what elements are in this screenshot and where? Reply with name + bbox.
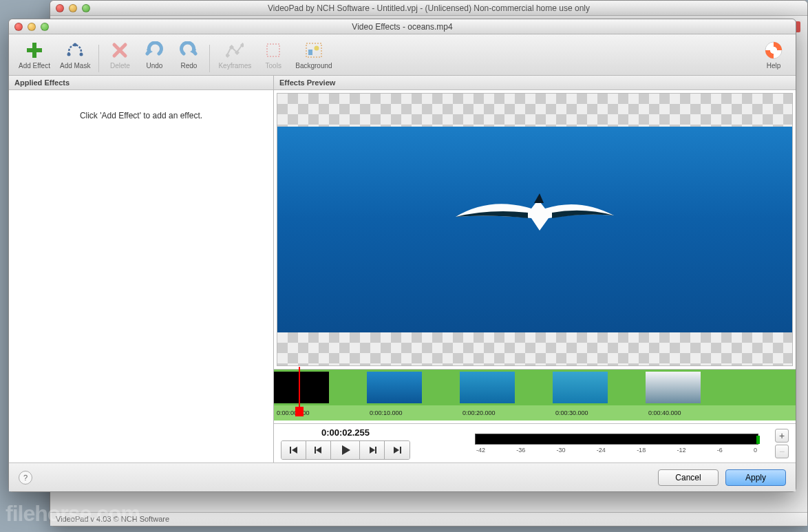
keyframes-button[interactable]: Keyframes [214,39,255,72]
delete-button[interactable]: Delete [103,39,136,72]
svg-rect-1 [27,48,42,52]
svg-rect-11 [308,50,312,55]
timeline[interactable]: 0:00:00.000 0:00:10.000 0:00:20.000 0:00… [274,369,796,424]
help-circle-button[interactable]: ? [19,471,32,485]
controls-row: 0:00:02.255 -42 -36 -30 - [274,424,796,462]
redo-icon [180,40,198,61]
zoom-out-button[interactable]: − [775,445,789,458]
meter-tick: -6 [717,447,723,454]
timeline-thumb[interactable] [274,372,329,403]
tick-label: 0:00:20.000 [463,409,496,416]
help-button[interactable]: Help [757,39,790,72]
tools-icon [266,40,281,61]
separator [98,45,99,72]
svg-point-3 [74,43,77,47]
meter-tick: -36 [516,447,525,454]
svg-rect-15 [290,447,291,454]
meter-bar [475,434,758,445]
add-mask-label: Add Mask [60,62,90,70]
video-effects-dialog: Video Effects - oceans.mp4 Add Effect Ad… [8,19,796,492]
svg-point-12 [314,46,319,51]
redo-button[interactable]: Redo [172,39,205,72]
meter-tick: -24 [597,447,606,454]
keyframes-label: Keyframes [218,62,251,70]
svg-point-2 [67,53,71,56]
preview-wrap [274,90,796,369]
main-titlebar[interactable]: VideoPad by NCH Software - Untitled.vpj … [50,1,807,16]
playback-controls [281,440,410,460]
timeline-ruler[interactable]: 0:00:00.000 0:00:10.000 0:00:20.000 0:00… [274,405,796,421]
tools-button[interactable]: Tools [257,39,290,72]
tick-label: 0:00:40.000 [648,409,681,416]
thumbnail-row[interactable] [274,370,796,405]
timeline-thumb[interactable] [460,372,515,403]
audio-meter: -42 -36 -30 -24 -18 -12 -6 0 [475,434,758,454]
redo-label: Redo [180,62,197,70]
timeline-thumb[interactable] [367,372,422,403]
timeline-thumb[interactable] [646,372,701,403]
traffic-lights[interactable] [56,4,90,12]
playhead[interactable] [299,367,300,407]
help-label: Help [767,62,781,70]
mask-icon [65,40,85,61]
svg-point-4 [80,53,83,56]
preview-panel: Effects Preview [274,76,796,462]
zoom-icon[interactable] [82,4,90,12]
preview-header: Effects Preview [274,76,796,90]
timeline-thumb[interactable] [553,372,608,403]
plus-icon [25,40,44,61]
svg-rect-18 [400,447,401,454]
zoom-buttons: + − [775,429,789,458]
cancel-button[interactable]: Cancel [658,469,719,486]
delete-label: Delete [110,62,130,70]
main-window-title: VideoPad by NCH Software - Untitled.vpj … [50,3,807,13]
dialog-title: Video Effects - oceans.mp4 [9,22,796,32]
play-button[interactable] [331,441,360,459]
keyframes-icon [226,40,244,61]
apply-button[interactable]: Apply [725,469,786,486]
applied-effects-panel: Applied Effects Click 'Add Effect' to ad… [9,76,274,462]
tick-label: 0:00:10.000 [370,409,403,416]
delete-icon [111,40,129,61]
close-icon[interactable] [56,4,64,12]
step-back-button[interactable] [306,441,331,459]
lifebuoy-icon [764,40,783,61]
video-frame [277,127,792,332]
undo-icon [145,40,163,61]
dialog-toolbar: Add Effect Add Mask Delete Undo Redo [9,34,796,76]
background-icon [306,40,322,61]
undo-label: Undo [146,62,162,70]
add-effect-label: Add Effect [19,62,50,70]
dialog-content: Applied Effects Click 'Add Effect' to ad… [9,76,796,462]
goto-start-button[interactable] [281,441,306,459]
separator [209,45,210,72]
step-forward-button[interactable] [360,441,385,459]
add-mask-button[interactable]: Add Mask [56,39,94,72]
minimize-icon[interactable] [69,4,77,12]
current-time-label: 0:00:02.255 [321,427,370,438]
meter-tick: 0 [754,447,757,454]
checker-bottom [277,332,792,365]
zoom-in-button[interactable]: + [775,429,789,443]
meter-tick: -18 [637,447,646,454]
add-effect-button[interactable]: Add Effect [14,39,54,72]
bird-icon [449,189,621,237]
meter-scale: -42 -36 -30 -24 -18 -12 -6 0 [475,447,758,454]
applied-effects-hint: Click 'Add Effect' to add an effect. [80,111,202,120]
background-button[interactable]: Background [291,39,336,72]
dialog-titlebar[interactable]: Video Effects - oceans.mp4 [9,19,796,34]
tools-label: Tools [266,62,281,70]
meter-tick: -30 [557,447,566,454]
tick-label: 0:00:00.000 [277,409,310,416]
meter-tick: -12 [677,447,685,454]
time-block: 0:00:02.255 [281,427,410,460]
goto-end-button[interactable] [385,441,410,459]
preview-area[interactable] [277,93,793,366]
background-label: Background [295,62,332,70]
meter-tick: -42 [476,447,485,454]
checker-top [277,94,792,127]
applied-effects-body: Click 'Add Effect' to add an effect. [9,90,273,462]
svg-point-14 [770,47,777,54]
undo-button[interactable]: Undo [138,39,171,72]
svg-rect-17 [375,447,376,454]
